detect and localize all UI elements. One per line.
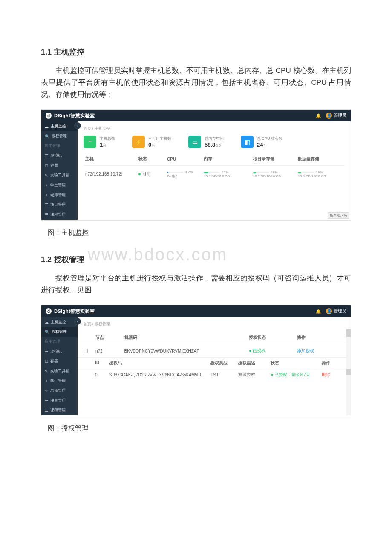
- sidebar-item-toolbox[interactable]: ✎实验工具箱: [41, 366, 78, 376]
- figure-1-caption: 图：主机监控: [41, 228, 351, 237]
- user-icon: ✧: [45, 379, 48, 383]
- sidebar-item-label: 课程管理: [50, 408, 66, 413]
- delete-license-button[interactable]: 删除: [322, 372, 345, 378]
- sidebar-item-label: 项目管理: [50, 398, 66, 403]
- list-icon: ☰: [45, 399, 48, 403]
- sidebar-item-label: 主机监控: [51, 124, 66, 129]
- avatar[interactable]: 👤: [326, 308, 332, 314]
- memory-icon: ▭: [188, 136, 201, 148]
- cloud-icon: ☁: [45, 124, 49, 129]
- sidebar-item-courses[interactable]: ☰课程管理: [41, 210, 78, 220]
- wrench-icon: ✎: [45, 369, 48, 373]
- bolt-icon: ⚡: [132, 136, 145, 148]
- sidebar: ‹ ☁ 主机监控 🔍 授权管理 应用管理 ☰虚拟机 ☐容器 ✎实验工具箱 ✧学生…: [41, 121, 78, 220]
- sidebar-item-courses[interactable]: ☰课程管理: [41, 405, 78, 415]
- list-icon: ☰: [45, 350, 48, 354]
- node-name: n72: [95, 349, 124, 353]
- server-icon: ≡: [84, 136, 96, 148]
- sidebar-item-toolbox[interactable]: ✎实验工具箱: [41, 171, 78, 180]
- list-icon: ☰: [45, 154, 48, 158]
- sidebar-item-label: 老师管理: [50, 192, 66, 198]
- license-table-row[interactable]: - n72 BKVEQPNCY0VWDUKVRVMIEXHZAF ● 已授权 添…: [78, 344, 351, 357]
- sidebar-item-label: 实验工具箱: [50, 173, 69, 178]
- brand-name: DSight智慧实验室: [54, 113, 95, 119]
- host-name: n72(192.168.10.72): [85, 172, 138, 176]
- sidebar-item-host-monitor[interactable]: ☁ 主机监控: [41, 121, 78, 131]
- sidebar-item-teachers[interactable]: ✧老师管理: [41, 386, 78, 396]
- sidebar-item-license[interactable]: 🔍 授权管理: [41, 327, 78, 337]
- section-2-body: 授权管理是对平台的主机进行授权与激活操作，需要相应的授权码（可咨询运维人员）才可…: [41, 272, 351, 296]
- breadcrumb: 首页 / 主机监控: [78, 121, 351, 136]
- screenshot-host-monitor: d DSight智慧实验室 🔔 👤 管理员 ‹ ☁ 主机监控 🔍 授权管理 应用…: [41, 109, 351, 221]
- stat-unavailable-hosts: ⚡ 不可用主机数0台: [132, 136, 171, 148]
- expand-toggle[interactable]: -: [84, 349, 88, 353]
- stat-total-hosts: ≡ 主机总数1台: [84, 136, 115, 148]
- breadcrumb: 首页 / 授权管理: [78, 317, 351, 331]
- host-status: 可用: [142, 171, 151, 176]
- list-icon: ☰: [45, 213, 48, 217]
- search-icon: 🔍: [45, 134, 49, 139]
- stat-total-memory: ▭ 总内存空间58.8GB: [188, 136, 224, 148]
- sidebar: ‹ ☁ 主机监控 🔍 授权管理 应用管理 ☰虚拟机 ☐容器 ✎实验工具箱 ✧学生…: [41, 317, 78, 415]
- screenshot-license-mgmt: d DSight智慧实验室 🔔 👤 管理员 ‹ ☁ 主机监控 🔍 授权管理 应用…: [41, 305, 351, 416]
- scrollbar-track[interactable]: [346, 329, 351, 415]
- license-status: ● 已授权: [249, 348, 297, 354]
- figure-2-caption: 图：授权管理: [41, 424, 351, 433]
- sidebar-item-license[interactable]: 🔍 授权管理: [41, 131, 78, 141]
- license-id: 0: [95, 373, 109, 377]
- box-icon: ☐: [45, 359, 48, 364]
- sidebar-item-teachers[interactable]: ✧老师管理: [41, 190, 78, 200]
- sidebar-item-label: 授权管理: [52, 133, 67, 139]
- sidebar-item-container[interactable]: ☐容器: [41, 356, 78, 366]
- sidebar-item-label: 主机监控: [51, 319, 66, 325]
- bell-icon[interactable]: 🔔: [316, 309, 321, 314]
- status-dot-icon: [138, 173, 141, 175]
- sidebar-item-vm[interactable]: ☰虚拟机: [41, 347, 78, 356]
- brand-name: DSight智慧实验室: [54, 308, 95, 315]
- sidebar-section-label: 应用管理: [41, 337, 78, 347]
- avatar[interactable]: 👤: [326, 113, 332, 119]
- sidebar-item-label: 虚拟机: [50, 153, 62, 159]
- section-1-body: 主机监控可供管理员实时掌握主机总数、不可用主机数、总内存、总 CPU 核心数。在…: [41, 65, 351, 101]
- user-label: 管理员: [334, 113, 346, 119]
- brand-badge-icon: d: [46, 308, 52, 314]
- add-license-button[interactable]: 添加授权: [297, 348, 345, 354]
- license-code: SU373GAK-Q7D2RRVV-FXV6NDOA-S5K4M5FL: [109, 373, 211, 377]
- sidebar-item-container[interactable]: ☐容器: [41, 161, 78, 171]
- license-detail-row[interactable]: 0 SU373GAK-Q7D2RRVV-FXV6NDOA-S5K4M5FL TS…: [78, 369, 351, 380]
- section-1-heading: 1.1 主机监控: [41, 47, 351, 57]
- user-icon: ✧: [45, 389, 48, 393]
- sidebar-item-host-monitor[interactable]: ☁ 主机监控: [41, 317, 78, 327]
- machine-code: BKVEQPNCY0VWDUKVRVMIEXHZAF: [124, 349, 249, 353]
- user-icon: ✧: [45, 193, 48, 197]
- stat-total-cores: ◧ 总 CPU 核心数24个: [241, 136, 282, 148]
- scrollbar-thumb[interactable]: [346, 329, 351, 337]
- sidebar-item-students[interactable]: ✧学生管理: [41, 180, 78, 190]
- cpu-icon: ◧: [241, 136, 254, 148]
- sidebar-item-label: 学生管理: [50, 378, 66, 384]
- app-topbar: d DSight智慧实验室 🔔 👤 管理员: [41, 305, 351, 317]
- scrollbar-thumb[interactable]: [346, 369, 351, 375]
- search-icon: 🔍: [45, 330, 49, 334]
- sidebar-item-projects[interactable]: ☰项目管理: [41, 396, 78, 405]
- list-icon: ☰: [45, 408, 48, 413]
- license-status: ● 已授权，剩余9.7天: [271, 372, 321, 378]
- cloud-icon: ☁: [45, 320, 49, 324]
- host-table-row[interactable]: n72(192.168.10.72) 可用 8.2% 24 核() 27% 15…: [84, 166, 345, 182]
- brand-badge-icon: d: [46, 113, 52, 119]
- sidebar-item-label: 项目管理: [50, 202, 66, 208]
- sidebar-item-label: 授权管理: [52, 329, 67, 335]
- sidebar-item-students[interactable]: ✧学生管理: [41, 376, 78, 386]
- user-label: 管理员: [334, 308, 346, 314]
- sidebar-item-label: 学生管理: [50, 182, 66, 188]
- bell-icon[interactable]: 🔔: [316, 113, 321, 118]
- sidebar-item-label: 实验工具箱: [50, 368, 69, 374]
- sidebar-item-label: 老师管理: [50, 388, 66, 393]
- list-icon: ☰: [45, 203, 48, 207]
- sidebar-item-label: 容器: [50, 163, 58, 168]
- volume-indicator: 扬声器: 4%: [328, 212, 349, 219]
- sidebar-item-projects[interactable]: ☰项目管理: [41, 200, 78, 210]
- sidebar-section-label: 应用管理: [41, 141, 78, 151]
- box-icon: ☐: [45, 164, 48, 168]
- sidebar-item-vm[interactable]: ☰虚拟机: [41, 151, 78, 161]
